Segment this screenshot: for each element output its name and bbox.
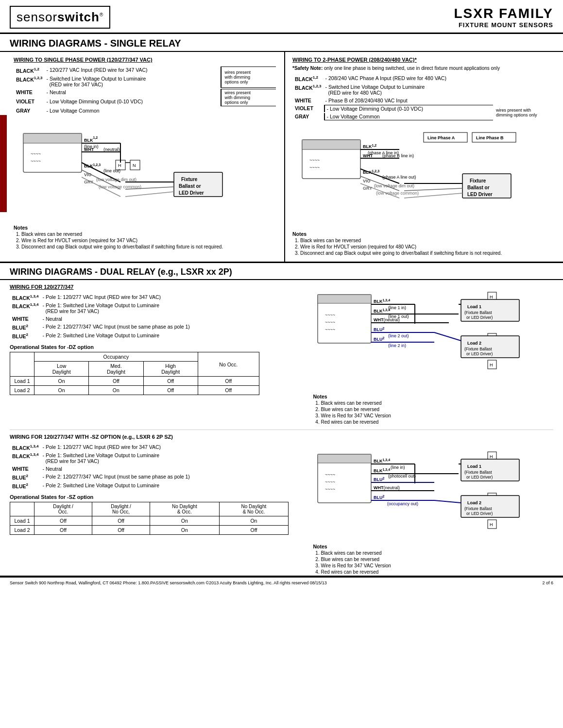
svg-text:or LED Driver): or LED Driver) — [466, 475, 493, 480]
wire-desc: - 208/240 VAC Phase A Input (RED wire fo… — [324, 75, 494, 83]
svg-text:WHT(neutral): WHT(neutral) — [374, 317, 400, 322]
wire-label: BLACK1,3,4 — [11, 444, 40, 451]
svg-text:(line 1 in): (line 1 in) — [388, 305, 406, 310]
svg-text:(low voltage common): (low voltage common) — [376, 191, 419, 196]
svg-text:VIO: VIO — [84, 172, 92, 177]
wire-desc: - Neutral — [41, 465, 303, 472]
footer-right: 2 of 6 — [542, 580, 553, 585]
svg-rect-64 — [318, 295, 371, 303]
two-phase-col: WIRING TO 2-PHASE POWER (208/240/480 VAC… — [285, 52, 563, 262]
wire-label: BLUE2 — [11, 332, 40, 340]
wire-row: BLACK1,2 - 208/240 VAC Phase A Input (RE… — [293, 75, 555, 83]
svg-text:~~~~: ~~~~ — [325, 480, 335, 484]
wire-label: WHITE — [293, 97, 323, 104]
logo-box: sensorswitch® — [10, 6, 110, 29]
svg-text:(Fixture Ballast: (Fixture Ballast — [464, 470, 492, 475]
wire-row: BLUE2 - Pole 2: Switched Line Voltage Ou… — [11, 482, 302, 490]
occupancy-header: Occupancy — [34, 352, 198, 362]
dual-relay-cols: WIRING FOR 120/277/347 BLACK1,3,4 - Pole… — [10, 280, 553, 426]
empty-header — [10, 502, 34, 516]
wire-label: BLUE2 — [11, 473, 40, 481]
cell-value: Off — [143, 377, 198, 386]
wire-row: BLACK1,3,4 - Pole 1: 120/277 VAC Input (… — [11, 294, 302, 301]
dual-left-col: WIRING FOR 120/277/347 BLACK1,3,4 - Pole… — [10, 280, 308, 426]
dual-notes-list: Black wires can be reversed Blue wires c… — [313, 400, 553, 425]
dual-notes-title: Notes — [313, 394, 553, 399]
wire-desc: - Low Voltage Common — [45, 107, 220, 114]
logo-text: sensorswitch® — [17, 10, 103, 24]
wire-row: BLUE2 - Pole 2: 120/277/347 VAC Input (m… — [11, 473, 302, 481]
svg-text:N: N — [133, 163, 136, 168]
svg-text:Ballast or: Ballast or — [467, 185, 490, 190]
svg-text:H: H — [490, 522, 493, 527]
single-relay-cols: WIRING TO SINGLE PHASE POWER (120/277/34… — [0, 52, 563, 263]
notes-list: Black wires can be reversed Wire is Red … — [14, 232, 277, 249]
wire-label: BLACK1,3,4 — [11, 302, 40, 314]
cell-value: Off — [198, 386, 259, 395]
svg-text:(phase A line out): (phase A line out) — [382, 175, 416, 180]
dual-relay-svg: ~~~~ ~~~~ ~~~~ H BLK1,3,4 (line 1 in) BL… — [313, 285, 546, 392]
wire-row: VIOLET - Low Voltage Dimming Output (0-1… — [293, 105, 555, 112]
svg-text:WHT: WHT — [84, 147, 94, 152]
footer-left: Sensor Switch 900 Northrop Road, Walling… — [10, 580, 327, 585]
svg-text:(line 2 in): (line 2 in) — [388, 343, 406, 348]
svg-text:BLK1,3,4: BLK1,3,4 — [374, 298, 390, 304]
note-item: Red wires can be reversed — [321, 569, 553, 575]
svg-text:Line Phase B: Line Phase B — [476, 135, 504, 140]
dual-notes: Notes Black wires can be reversed Blue w… — [313, 394, 553, 425]
svg-text:or LED Driver): or LED Driver) — [466, 511, 493, 516]
cell-value: Off — [92, 516, 150, 526]
wire-row: BLACK1,3,4 - Pole 1: Switched Line Volta… — [11, 452, 302, 464]
footer: Sensor Switch 900 Northrop Road, Walling… — [0, 577, 563, 588]
wire-label: WHITE — [11, 465, 40, 472]
two-phase-notes: Notes Black wires can be reversed Wire i… — [292, 231, 556, 256]
svg-text:Fixture: Fixture — [470, 178, 486, 183]
svg-rect-101 — [318, 454, 371, 463]
trademark: ® — [100, 12, 103, 17]
op-table-sz: Daylight /Occ. Daylight /No Occ, No Dayl… — [10, 502, 289, 535]
wire-desc: - Low Voltage Common — [324, 113, 494, 120]
svg-text:Fixture: Fixture — [181, 177, 198, 182]
note-item: Red wires can be reversed — [321, 419, 553, 425]
logo-container: sensorswitch® — [10, 6, 110, 29]
svg-text:Line Phase A: Line Phase A — [427, 135, 455, 140]
wire-label: GRAY — [293, 113, 323, 120]
notes-list-2: Black wires can be reversed Wire is Red … — [292, 238, 556, 256]
cell-value: Off — [219, 526, 289, 535]
wire-desc: - Pole 2: Switched Line Voltage Output t… — [41, 482, 303, 490]
note-item: Blue wires can be reversed — [321, 407, 553, 412]
note-item: Black wires can be reversed — [321, 550, 553, 556]
single-phase-notes: Notes Black wires can be reversed Wire i… — [14, 225, 277, 249]
op-table-header-row: Occupancy No Occ. — [10, 352, 259, 362]
col-header: Med.Daylight — [89, 362, 143, 377]
note-item: Disconnect and cap Black output wire goi… — [300, 250, 556, 256]
two-phase-svg: ~~~~ ~~~~ Line Phase A Line Phase B BLK1… — [292, 125, 526, 227]
wire-label: BLUE2 — [11, 482, 40, 490]
svg-text:BLU2: BLU2 — [374, 327, 385, 332]
svg-text:BLU2: BLU2 — [374, 477, 385, 482]
wire-desc: - Switched Line Voltage Output to Lumina… — [45, 75, 220, 88]
sz-cols: BLACK1,3,4 - Pole 1: 120/277 VAC Input (… — [10, 443, 553, 576]
wire-label: BLACK1,2,3 — [293, 83, 323, 96]
dual-wire-table: BLACK1,3,4 - Pole 1: 120/277 VAC Input (… — [10, 293, 303, 341]
col-header: Daylight /No Occ, — [92, 502, 150, 516]
sz-notes-title: Notes — [313, 544, 553, 549]
logo-sensor: sensor — [17, 10, 57, 24]
svg-text:GRY: GRY — [84, 180, 93, 184]
two-phase-title: WIRING TO 2-PHASE POWER (208/240/480 VAC… — [292, 57, 556, 63]
sz-notes: Notes Black wires can be reversed Blue w… — [313, 544, 553, 575]
cell-value: Off — [89, 377, 143, 386]
single-phase-diagram: ~~~~ ~~~~ BLK1,2 (line in) WHT (neutral) — [14, 119, 277, 221]
col-header: HighDaylight — [143, 362, 198, 377]
wire-row: WHITE - Neutral — [11, 465, 302, 472]
svg-text:~~~~: ~~~~ — [309, 165, 320, 170]
wire-row: BLUE2 - Pole 2: 120/277/347 VAC Input (m… — [11, 323, 302, 331]
wire-row: WHITE - Neutral wires presentwith dimmin… — [15, 89, 276, 97]
svg-text:(low voltage dim out): (low voltage dim out) — [96, 177, 136, 182]
wire-label: BLACK1,2 — [15, 66, 44, 74]
dual-subtitle: WIRING FOR 120/277/347 — [10, 284, 303, 290]
op-table-dz: Occupancy No Occ. LowDaylight Med.Daylig… — [10, 352, 259, 395]
svg-text:BLK1,2: BLK1,2 — [363, 144, 376, 149]
svg-text:BLK1,3,4: BLK1,3,4 — [374, 468, 390, 473]
svg-text:~~~~: ~~~~ — [309, 158, 320, 163]
